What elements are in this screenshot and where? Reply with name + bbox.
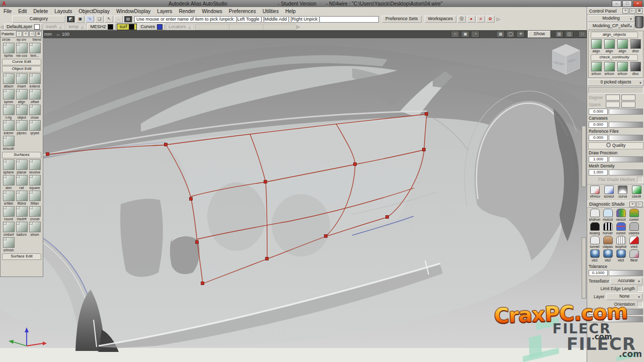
diagnostic-shade-tool[interactable]: curevl — [614, 222, 627, 235]
diagnostic-shade-tool[interactable]: vis1 — [588, 249, 601, 262]
picked-objects-bar[interactable]: 0 picked objects — [588, 79, 644, 86]
palette-tool[interactable]: edcmr — [2, 120, 15, 135]
shelf-tool[interactable]: align — [590, 39, 603, 53]
palette-tool[interactable]: attach — [2, 73, 15, 88]
cp-menu-icon[interactable]: ≡ — [622, 8, 628, 14]
palette-tool[interactable]: smooth — [2, 136, 15, 151]
close-button[interactable]: × — [633, 1, 642, 7]
hotkeys-icon[interactable]: Ⓗ — [457, 16, 466, 23]
diagnostic-shade-tool[interactable]: useres — [627, 222, 640, 235]
layer-item[interactable]: surf — [117, 24, 137, 30]
degree-field-1[interactable] — [606, 95, 620, 101]
layer-swatch[interactable] — [59, 25, 62, 29]
palette-tool[interactable]: fillfan — [28, 191, 41, 206]
tab-check-continuity[interactable]: check_continuity — [591, 54, 638, 61]
menu-item[interactable]: Layers — [157, 9, 172, 14]
minimize-button[interactable]: – — [612, 1, 621, 7]
layer-scroll-right-icon[interactable]: ▷ — [296, 25, 300, 29]
spans-field-1[interactable] — [606, 102, 620, 108]
menu-item[interactable]: Preferences — [229, 9, 256, 14]
shelf-tool[interactable]: align — [603, 39, 616, 53]
diagnostic-shade-tool[interactable]: horver — [601, 222, 614, 235]
tolerance-slider[interactable] — [609, 270, 643, 276]
quick-tool[interactable]: curva — [616, 186, 629, 199]
diagnostic-shade-tool[interactable]: rancol — [614, 209, 627, 222]
shelf-tool[interactable]: srfcon — [590, 62, 603, 76]
palette-tool[interactable]: objed — [15, 105, 28, 120]
prompt-history-icon[interactable]: ▤ — [124, 16, 132, 23]
diagnostic-shade-tool[interactable]: vis2 — [601, 249, 614, 262]
palette-tool[interactable]: ptprec — [15, 120, 28, 135]
diagnostic-shade-tool[interactable]: filest — [627, 249, 640, 262]
layer-scroll-left-icon[interactable]: ◁ — [0, 25, 4, 29]
palette-tool[interactable]: kprbs — [2, 43, 15, 58]
tab-surfaces[interactable]: Surfaces — [2, 152, 41, 158]
quick-tool[interactable]: scnsof — [602, 186, 615, 199]
diagnostic-shade-tool[interactable]: tunnel — [588, 236, 601, 249]
preference-sets-button[interactable]: Preference Sets — [382, 16, 422, 23]
flat-shade-checkbox[interactable] — [637, 176, 643, 183]
canvases-field[interactable]: 0.000 — [589, 122, 608, 128]
quick-tool[interactable]: xfrmcv — [589, 186, 602, 199]
palette-tool[interactable]: symm — [2, 89, 15, 104]
restore-button[interactable]: □ — [622, 1, 632, 7]
quality-section-header[interactable]: Quality — [588, 142, 643, 149]
magnet-snap-icon[interactable]: ∩ — [451, 31, 459, 38]
degree-field-2[interactable] — [621, 95, 635, 101]
tab-object-edit[interactable]: Object Edit — [2, 66, 41, 72]
diag-expand-icon[interactable]: ▷ — [636, 202, 642, 207]
palette-tool[interactable]: ffblnd — [15, 191, 28, 206]
layer-swatch[interactable] — [157, 24, 163, 30]
diagnostic-shade-tool[interactable]: vred — [627, 236, 640, 249]
panel-scroll-thumb[interactable] — [582, 237, 586, 299]
palette-tool[interactable]: nw cos — [15, 43, 28, 58]
layer-item[interactable]: temp — [66, 24, 87, 30]
menu-item[interactable]: File — [4, 9, 12, 14]
palette-tool[interactable]: align — [15, 89, 28, 104]
palette-tool[interactable]: msdrft — [15, 206, 28, 221]
pick-surface-icon[interactable]: ❏ — [95, 16, 104, 23]
palette-window[interactable]: Palette ↕ ≡ ◁ ⊠ circleep crvblend kprbs … — [0, 30, 43, 277]
shelf-dropdown[interactable]: Modeling_CP_shelf — [588, 23, 634, 30]
magnify-icon[interactable]: ◔ — [471, 31, 479, 38]
palette-tool[interactable]: crvnet — [28, 206, 41, 221]
cp-close-icon[interactable]: ⊠ — [636, 8, 642, 14]
palette-tool[interactable]: rail — [15, 175, 28, 190]
view-cube[interactable]: FRONT LEFT — [552, 44, 580, 74]
invert-pick-icon[interactable]: ◩ — [66, 16, 75, 23]
layer-swatch[interactable] — [129, 24, 134, 30]
reference-files-field[interactable]: 0.000 — [589, 135, 608, 141]
shelf-tool[interactable]: srfcon — [616, 62, 629, 76]
palette-tool[interactable]: close — [28, 105, 41, 120]
menu-item[interactable]: Help — [285, 9, 296, 14]
layer-item[interactable]: mesh — [43, 24, 65, 30]
layer-item[interactable]: Locators — [166, 24, 194, 30]
tab-curve-edit[interactable]: Curve Edit — [2, 59, 41, 65]
palette-tool[interactable]: qryed — [28, 120, 41, 135]
menu-item[interactable]: ObjectDisplay — [78, 9, 110, 14]
pick-object-icon[interactable]: ▣ — [76, 16, 85, 23]
prompt-line[interactable]: Use mouse or enter name of item to pick … — [134, 16, 379, 23]
diagnostic-shade-tool[interactable]: curevl — [627, 209, 640, 222]
layer-swatch[interactable] — [188, 25, 191, 29]
flower-brush-icon[interactable]: ✿ — [486, 16, 495, 23]
palette-tool[interactable]: insert — [15, 73, 28, 88]
diag-menu-icon[interactable]: ≡ — [629, 202, 635, 207]
menu-item[interactable]: Utilities — [263, 9, 279, 14]
palette-tool[interactable]: round — [2, 206, 15, 221]
panel-scroll-thumb[interactable] — [582, 126, 586, 187]
menu-item[interactable]: WindowDisplay — [116, 9, 150, 14]
menu-item[interactable]: Edit — [18, 9, 27, 14]
grid-toggle-icon[interactable]: ▦ — [496, 31, 505, 38]
layer-swatch[interactable] — [108, 24, 113, 30]
more-tools-icon[interactable]: … — [114, 16, 123, 23]
draw-precision-field[interactable]: 1.000 — [589, 156, 608, 162]
layer-swatch[interactable] — [34, 24, 40, 30]
palette-tool[interactable]: sphere — [2, 159, 15, 174]
reference-files-slider[interactable] — [609, 135, 643, 141]
shelf-tool[interactable]: dloc — [629, 62, 642, 76]
menu-item[interactable]: Render — [179, 9, 195, 14]
palette-tool[interactable]: t-rig — [2, 105, 15, 120]
diagnostic-shade-tool[interactable]: shdnon — [588, 209, 601, 222]
mesh-density-field[interactable]: 1.000 — [589, 169, 608, 175]
